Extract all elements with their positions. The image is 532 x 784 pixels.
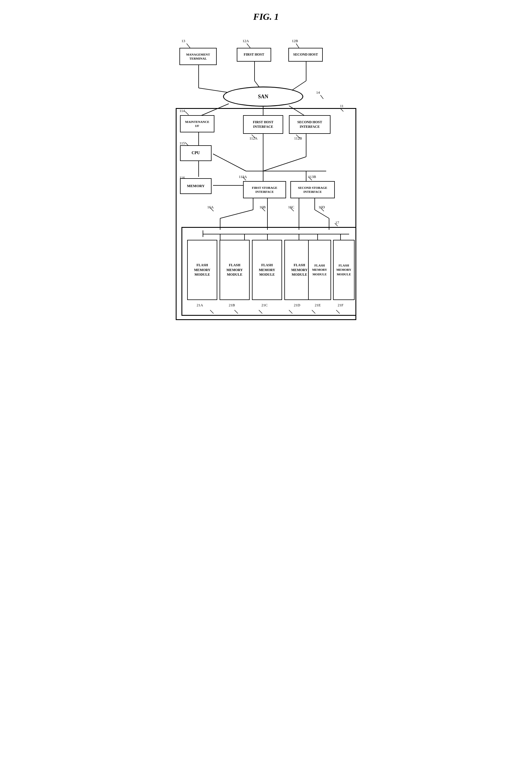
flash-module-21F: FLASHMEMORYMODULE: [333, 240, 355, 300]
second-host-box: SECOND HOST: [288, 48, 323, 62]
ref-13: 13: [181, 39, 185, 43]
ref-11: 11: [340, 104, 344, 108]
ref-16D: 16D: [318, 205, 325, 209]
flash-module-21E: FLASHMEMORYMODULE: [308, 240, 331, 300]
memory-box: MEMORY: [180, 178, 212, 194]
flash-module-21C: FLASHMEMORYMODULE: [252, 240, 282, 300]
ref-16B: 16B: [259, 205, 266, 209]
management-terminal-box: MANAGEMENTTERMINAL: [179, 48, 217, 65]
ref-112B: 112B: [294, 136, 302, 141]
svg-line-41: [247, 44, 250, 48]
ref-114: 114: [179, 109, 185, 113]
ref-21E: 21E: [315, 303, 321, 307]
first-host-interface-box: FIRST HOSTINTERFACE: [243, 115, 283, 134]
ref-21A: 21A: [197, 303, 203, 307]
figure-title: FIG. 1: [166, 11, 366, 22]
svg-line-40: [187, 44, 190, 48]
ref-16A: 16A: [207, 205, 214, 209]
ref-21D: 21D: [294, 303, 300, 307]
second-host-interface-box: SECOND HOSTINTERFACE: [289, 115, 331, 134]
ref-12A: 12A: [243, 39, 249, 43]
ref-113B: 113B: [308, 174, 316, 179]
cpu-box: CPU: [180, 145, 212, 161]
ref-17: 17: [335, 220, 339, 225]
ref-112A: 112A: [249, 136, 257, 141]
second-storage-interface-box: SECOND STORAGEINTERFACE: [290, 181, 335, 198]
maintenance-if-box: MAINTENANCEI/F: [180, 115, 215, 132]
ref-21F: 21F: [338, 303, 343, 307]
flash-module-21B: FLASHMEMORYMODULE: [220, 240, 250, 300]
ref-16C: 16C: [288, 205, 295, 209]
ref-21B: 21B: [229, 303, 235, 307]
ref-115: 115: [179, 141, 185, 146]
svg-line-43: [320, 95, 323, 99]
first-storage-interface-box: FIRST STORAGEINTERFACE: [243, 181, 286, 198]
ref-21C: 21C: [261, 303, 268, 307]
page: FIG. 1: [166, 6, 366, 332]
svg-line-42: [296, 44, 299, 48]
flash-module-21A: FLASHMEMORYMODULE: [187, 240, 217, 300]
diagram: 13 12A 12B MANAGEMENTTERMINAL FIRST HOST…: [166, 31, 366, 332]
ref-12B: 12B: [292, 39, 298, 43]
san-ellipse: SAN: [223, 87, 303, 107]
ref-14: 14: [316, 90, 320, 95]
ref-113A: 113A: [239, 174, 247, 179]
first-host-box: FIRST HOST: [237, 48, 271, 62]
